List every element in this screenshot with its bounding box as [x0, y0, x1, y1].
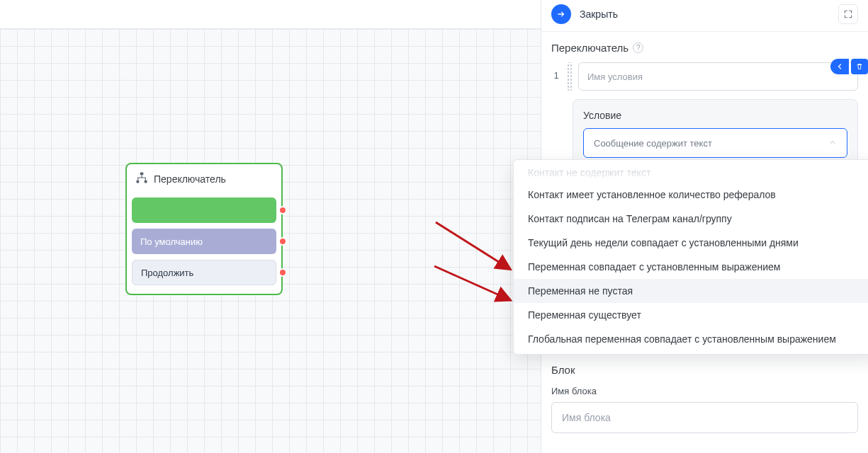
node-row-default[interactable]: По умолчанию — [132, 229, 276, 254]
dropdown-item[interactable]: Глобальная переменная совпадает с устано… — [514, 327, 868, 351]
node-row-continue[interactable]: Продолжить — [132, 260, 276, 285]
condition-index: 1 — [551, 62, 561, 91]
help-icon[interactable]: ? — [633, 42, 643, 53]
switch-icon — [135, 171, 148, 186]
close-label: Закрыть — [580, 8, 618, 20]
dropdown-item[interactable]: Контакт имеет установленное количество р… — [514, 183, 868, 207]
node-title: Переключатель — [154, 173, 226, 185]
switch-node[interactable]: Переключатель По умолчанию Продолжить — [125, 163, 283, 295]
node-port[interactable] — [278, 206, 287, 214]
condition-dropdown[interactable]: Контакт не содержит текст Контакт имеет … — [513, 159, 868, 355]
block-section-title: Блок — [551, 364, 858, 376]
svg-line-3 — [436, 222, 509, 268]
svg-line-4 — [434, 266, 509, 299]
delete-icon[interactable] — [851, 59, 868, 74]
node-port[interactable] — [278, 237, 287, 246]
dropdown-item[interactable]: Текущий день недели совпадает с установл… — [514, 231, 868, 255]
chevron-up-icon — [828, 138, 837, 149]
node-row-condition-1[interactable] — [132, 197, 276, 223]
collapse-icon[interactable] — [830, 59, 849, 74]
condition-actions — [830, 59, 868, 74]
svg-rect-1 — [137, 180, 140, 183]
node-header: Переключатель — [127, 164, 281, 192]
svg-rect-0 — [140, 173, 144, 176]
svg-rect-2 — [145, 180, 147, 183]
block-name-input[interactable] — [551, 402, 858, 433]
close-button[interactable] — [551, 4, 571, 24]
condition-select[interactable]: Сообщение содержит текст — [583, 128, 847, 158]
drag-handle[interactable] — [567, 62, 573, 91]
dropdown-item[interactable]: Переменная совпадает с установленным выр… — [514, 255, 868, 279]
annotation-arrow — [432, 219, 517, 275]
condition-name-input[interactable] — [578, 62, 858, 91]
dropdown-item-cut: Контакт не содержит текст — [514, 163, 868, 183]
block-name-label: Имя блока — [551, 386, 858, 396]
side-panel: Закрыть Переключатель ? 1 Условие — [541, 0, 868, 453]
annotation-arrow — [431, 263, 516, 305]
dropdown-item[interactable]: Переменная не пустая — [514, 279, 868, 303]
dropdown-item[interactable]: Переменная существует — [514, 303, 868, 327]
panel-header: Закрыть — [541, 0, 868, 32]
panel-title: Переключатель ? — [551, 42, 858, 54]
node-port[interactable] — [278, 268, 287, 277]
condition-label: Условие — [583, 110, 847, 121]
dropdown-item[interactable]: Контакт подписан на Телеграм канал/групп… — [514, 207, 868, 231]
expand-button[interactable] — [838, 4, 858, 24]
